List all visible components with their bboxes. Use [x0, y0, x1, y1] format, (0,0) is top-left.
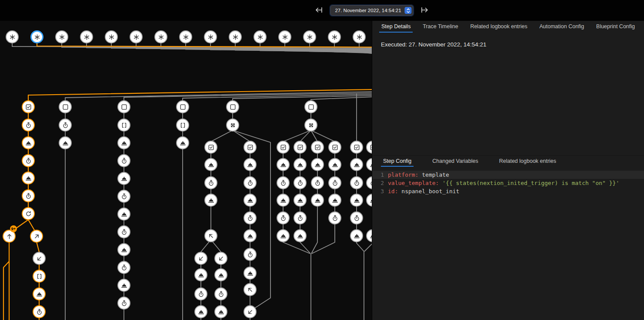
graph-node-timer[interactable]: [117, 225, 130, 238]
graph-node-tray[interactable]: [350, 229, 363, 242]
graph-node-checkbox-blank[interactable]: [117, 100, 130, 113]
graph-node-tray[interactable]: [117, 136, 130, 149]
graph-node-tray[interactable]: [244, 194, 257, 207]
graph-node-asterisk[interactable]: [303, 30, 316, 43]
graph-node-arrow-down-left[interactable]: [214, 252, 227, 265]
graph-node-timer[interactable]: [214, 287, 227, 300]
tab-changed-variables[interactable]: Changed Variables: [430, 156, 480, 167]
graph-node-asterisk[interactable]: [30, 30, 43, 43]
graph-node-checkbox-marked[interactable]: [244, 141, 257, 154]
graph-node-arrow-up-left[interactable]: [204, 229, 217, 242]
graph-node-checkbox-marked[interactable]: [277, 141, 290, 154]
graph-node-timer[interactable]: [117, 261, 130, 274]
graph-node-timer[interactable]: [311, 176, 324, 189]
graph-node-timer[interactable]: [117, 297, 130, 310]
graph-node-timer[interactable]: [244, 176, 257, 189]
graph-node-asterisk[interactable]: [6, 30, 19, 43]
graph-node-tray[interactable]: [350, 194, 363, 207]
graph-node-asterisk[interactable]: [179, 30, 192, 43]
graph-node-timer[interactable]: [117, 154, 130, 167]
graph-node-tray[interactable]: [214, 268, 227, 281]
graph-node-arrow-down-left[interactable]: [194, 252, 207, 265]
graph-node-tray[interactable]: [194, 268, 207, 281]
graph-node-asterisk[interactable]: [204, 30, 217, 43]
graph-node-code-brackets[interactable]: [176, 119, 189, 132]
graph-node-tray[interactable]: [366, 229, 372, 242]
tab-step-details[interactable]: Step Details: [379, 21, 413, 33]
graph-node-timer[interactable]: [294, 211, 307, 224]
tab-step-config[interactable]: Step Config: [381, 156, 414, 167]
next-trace-button[interactable]: [419, 5, 430, 16]
previous-trace-button[interactable]: [313, 5, 324, 16]
graph-node-checkbox-marked[interactable]: [311, 141, 324, 154]
graph-node-tray[interactable]: [59, 136, 72, 149]
graph-node-shuffle[interactable]: [226, 119, 239, 132]
tab-automation-config[interactable]: Automation Config: [537, 21, 586, 33]
yaml-code-editor[interactable]: 1platform: template2value_template: '{{ …: [372, 171, 644, 195]
graph-node-checkbox-marked[interactable]: [350, 141, 363, 154]
graph-node-tray[interactable]: [204, 194, 217, 207]
graph-node-asterisk[interactable]: [278, 30, 291, 43]
graph-node-timer[interactable]: [350, 211, 363, 224]
graph-node-tray[interactable]: [117, 279, 130, 292]
graph-node-tray[interactable]: [244, 267, 257, 280]
graph-node-tray[interactable]: [328, 158, 341, 171]
graph-node-arrow-down-left[interactable]: [33, 252, 46, 265]
graph-node-checkbox-blank[interactable]: [226, 100, 239, 113]
graph-node-timer[interactable]: [366, 176, 372, 189]
graph-node-timer[interactable]: [22, 189, 35, 202]
graph-node-tray[interactable]: [117, 208, 130, 221]
graph-node-tray[interactable]: [244, 229, 257, 242]
graph-node-tray[interactable]: [194, 305, 207, 318]
graph-node-asterisk[interactable]: [105, 30, 118, 43]
graph-node-tray[interactable]: [350, 158, 363, 171]
graph-node-asterisk[interactable]: [130, 30, 143, 43]
trace-selector-dropdown[interactable]: 27. November 2022, 14:54:21: [330, 5, 413, 16]
graph-node-timer[interactable]: [22, 119, 35, 132]
graph-node-checkbox-marked[interactable]: [366, 141, 372, 154]
tab-trace-timeline[interactable]: Trace Timeline: [420, 21, 460, 33]
graph-node-timer[interactable]: [294, 176, 307, 189]
graph-node-tray[interactable]: [277, 194, 290, 207]
graph-node-code-brackets[interactable]: [33, 270, 46, 283]
graph-node-asterisk[interactable]: [328, 30, 341, 43]
tab-related-logbook-entries[interactable]: Related logbook entries: [497, 156, 558, 167]
graph-node-refresh[interactable]: [22, 207, 35, 220]
graph-node-asterisk[interactable]: [154, 30, 167, 43]
graph-node-asterisk[interactable]: [229, 30, 242, 43]
graph-node-checkbox-marked[interactable]: [22, 100, 35, 113]
graph-node-timer[interactable]: [244, 211, 257, 224]
graph-node-tray[interactable]: [117, 172, 130, 185]
graph-node-tray[interactable]: [311, 158, 324, 171]
graph-node-tray[interactable]: [176, 136, 189, 149]
graph-node-timer[interactable]: [328, 176, 341, 189]
graph-node-timer[interactable]: [277, 176, 290, 189]
graph-node-tray[interactable]: [328, 194, 341, 207]
graph-node-asterisk[interactable]: [55, 30, 68, 43]
graph-node-code-brackets[interactable]: [117, 119, 130, 132]
graph-node-tray[interactable]: [22, 136, 35, 149]
graph-node-asterisk[interactable]: [254, 30, 267, 43]
graph-node-tray[interactable]: [294, 158, 307, 171]
graph-node-arrow-up-left[interactable]: [244, 283, 257, 296]
graph-node-checkbox-blank[interactable]: [59, 100, 72, 113]
graph-node-timer[interactable]: [194, 287, 207, 300]
graph-node-asterisk[interactable]: [353, 30, 366, 43]
graph-node-tray[interactable]: [366, 158, 372, 171]
tab-blueprint-config[interactable]: Blueprint Config: [594, 21, 637, 33]
graph-node-shuffle[interactable]: [304, 119, 317, 132]
graph-node-tray[interactable]: [294, 229, 307, 242]
graph-node-tray[interactable]: [214, 305, 227, 318]
graph-node-timer[interactable]: [277, 211, 290, 224]
graph-node-timer[interactable]: [33, 305, 46, 318]
graph-node-tray[interactable]: [294, 194, 307, 207]
graph-node-timer[interactable]: [59, 119, 72, 132]
graph-node-arrow-up-right[interactable]: [30, 230, 43, 243]
graph-node-tray[interactable]: [277, 229, 290, 242]
graph-node-checkbox-blank[interactable]: [304, 100, 317, 113]
graph-node-timer[interactable]: [22, 154, 35, 167]
graph-node-arrow-down-left[interactable]: [244, 305, 257, 318]
graph-node-timer[interactable]: [244, 248, 257, 261]
graph-node-tray[interactable]: [277, 158, 290, 171]
graph-node-checkbox-marked[interactable]: [204, 141, 217, 154]
